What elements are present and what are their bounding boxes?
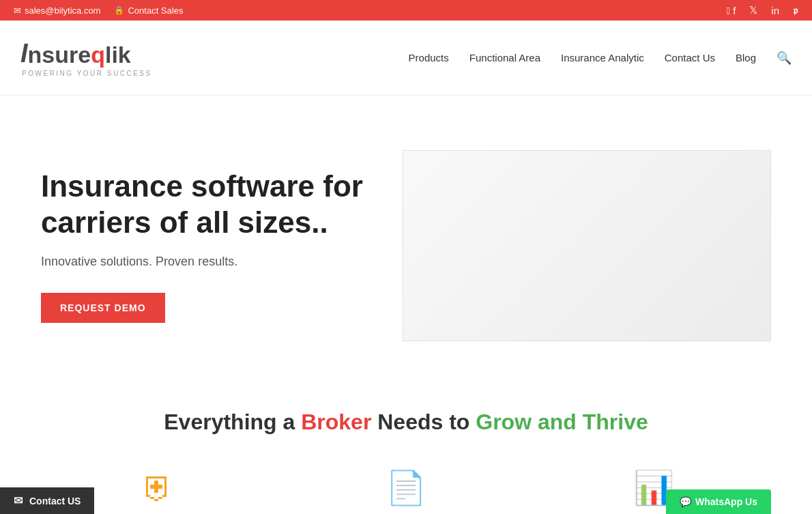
linkedin-icon[interactable]: in (771, 5, 779, 16)
document-icon: 📄 (289, 469, 523, 507)
bottom-heading-highlight: Grow and Thrive (476, 410, 648, 434)
logo-letter-i: I (20, 39, 28, 68)
header: I nsure q lik Powering Your Success Prod… (0, 20, 812, 96)
contact-us-float-label: Contact US (29, 496, 81, 506)
logo-nsure: nsure (28, 42, 91, 68)
top-bar: ✉ sales@bilytica.com 🔒 Contact Sales  f… (0, 0, 812, 20)
main-nav: Products Functional Area Insurance Analy… (409, 51, 792, 66)
bottom-heading-plain: Everything a (164, 410, 301, 434)
contact-us-float[interactable]: ✉ Contact US (0, 487, 94, 514)
hero-content: Insurance software for carriers of all s… (41, 169, 382, 323)
hero-subtitle: Innovative solutions. Proven results. (41, 255, 382, 269)
logo: I nsure q lik Powering Your Success (20, 39, 152, 77)
top-bar-social:  f 𝕏 in 𝖕 (726, 4, 798, 16)
whatsapp-label: WhatsApp Us (695, 496, 757, 507)
contact-sales-text: Contact Sales (128, 5, 183, 16)
request-demo-button[interactable]: REQUEST DEMO (41, 293, 165, 323)
lock-icon: 🔒 (114, 5, 124, 15)
nav-contact-us[interactable]: Contact Us (665, 52, 715, 63)
whatsapp-button[interactable]: 💬 WhatsApp Us (666, 489, 771, 514)
nav-products[interactable]: Products (409, 52, 449, 63)
hero-image-area (389, 150, 771, 341)
bottom-heading: Everything a Broker Needs to Grow and Th… (41, 410, 771, 435)
twitter-icon[interactable]: 𝕏 (749, 4, 757, 16)
email-info: ✉ sales@bilytica.com (14, 5, 100, 16)
email-text: sales@bilytica.com (25, 5, 100, 16)
search-button[interactable]: 🔍 (777, 51, 792, 66)
bottom-heading-mid: Needs to (371, 410, 476, 434)
logo-main: I nsure q lik (20, 39, 131, 68)
facebook-icon[interactable]:  f (726, 5, 736, 16)
hero-section: Insurance software for carriers of all s… (0, 96, 812, 382)
nav-functional-area[interactable]: Functional Area (469, 52, 540, 63)
feature-cards: ⛨ Risk Management 📄 Efficient Reporting … (41, 469, 771, 514)
top-bar-left: ✉ sales@bilytica.com 🔒 Contact Sales (14, 5, 183, 16)
bottom-heading-broker: Broker (301, 410, 371, 434)
contact-sales-info: 🔒 Contact Sales (114, 5, 183, 16)
nav-blog[interactable]: Blog (736, 52, 756, 63)
envelope-icon: ✉ (14, 494, 23, 507)
hero-image (403, 150, 771, 341)
hero-title: Insurance software for carriers of all s… (41, 169, 382, 241)
logo-tagline: Powering Your Success (20, 70, 152, 77)
pinterest-icon[interactable]: 𝖕 (793, 4, 798, 16)
whatsapp-icon: 💬 (680, 496, 691, 507)
logo-q: q (91, 42, 105, 68)
feature-card-reporting: 📄 Efficient Reporting (289, 469, 523, 514)
nav-insurance-analytic[interactable]: Insurance Analytic (561, 52, 644, 63)
logo-lik: lik (105, 42, 131, 68)
email-icon: ✉ (14, 5, 21, 16)
